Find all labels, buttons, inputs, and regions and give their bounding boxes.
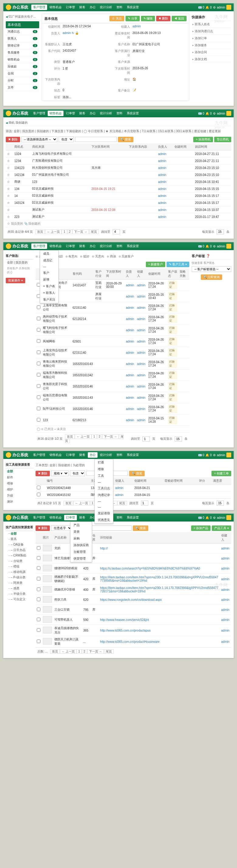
menu-item[interactable]: 客户 <box>40 270 58 276</box>
nav-item[interactable]: 办公 <box>88 5 98 10</box>
quick-item[interactable]: 添加合同 <box>192 49 231 56</box>
new-button[interactable]: + 新建客户 <box>146 262 166 267</box>
pager-button[interactable]: 首页 <box>35 229 45 234</box>
quick-item[interactable]: 添加订单 <box>192 35 231 42</box>
table-row[interactable]: ☆1234广东韩通科技有限公司admin2018-04-27 21:11 <box>6 157 231 164</box>
menu-item[interactable]: 客户关注 <box>40 296 58 303</box>
table-row[interactable]: WO20180415192随时随测admin2018-04-15 <box>36 491 231 498</box>
table-row[interactable]: 三合口五锁795库admin <box>36 605 231 615</box>
menu-item[interactable]: 工具日志 <box>95 485 113 492</box>
match-select[interactable]: 包含 <box>59 136 74 142</box>
table-row[interactable]: 充的2222http://admin <box>36 544 231 553</box>
pager-button[interactable]: ← 上一页 <box>45 229 62 234</box>
quick-item[interactable]: 添加沟通日志 <box>192 28 231 35</box>
pager-button[interactable]: 尾页 <box>117 501 127 505</box>
table-row[interactable]: 耀飞利信电子技术有限公司adminadmin2018-04-26 17:24已验… <box>36 324 189 336</box>
pager-button[interactable]: 下一页 → <box>87 649 104 654</box>
table-row[interactable]: 然饮刀具620https://www.rongotech.com/cn/down… <box>36 595 231 605</box>
table-row[interactable]: 泰迪无线锤德的快克台365http://www.td365.com.cn/pro… <box>36 625 231 636</box>
pager-button[interactable]: 1 <box>76 649 82 654</box>
quick-item[interactable]: 联系人姓名 <box>192 21 231 28</box>
pager-button[interactable]: 首页 <box>64 501 73 505</box>
table-row[interactable]: 缠绕lX620的框座420https://s.taobao.com/search… <box>36 563 231 574</box>
nav-item[interactable]: 订单管 <box>64 5 77 10</box>
share-button[interactable]: ✎ 分享 <box>126 16 140 21</box>
pager-button[interactable]: 尾页 <box>89 229 99 234</box>
nav-item[interactable]: 统计分析 <box>98 5 114 10</box>
sidebar-item[interactable]: 销售机会0 <box>6 56 39 63</box>
table-row[interactable]: 上海安伟合信技术有限公司62151140adminadmin2018-04-26… <box>36 347 189 358</box>
back-button[interactable]: ◀ 返回 <box>172 16 187 21</box>
quick-item[interactable]: 添加服务 <box>192 42 231 49</box>
menu-item[interactable]: — <box>40 264 58 270</box>
table-row[interactable]: 德施肥子6套装(不锈钢箱)420库https://item.taobao.com… <box>36 574 231 585</box>
menu-item[interactable]: 工具 <box>95 473 113 479</box>
table-row[interactable]: WO20180421448134124admin2018-04-21 <box>36 485 231 491</box>
menu-item[interactable]: 成员 <box>40 250 58 257</box>
menu-item[interactable]: 供货管理 <box>70 555 92 562</box>
bell-icon[interactable]: 🔔 0 <box>205 6 211 9</box>
menu-item[interactable]: 成员记 <box>40 257 58 264</box>
star-button[interactable]: ☆ 关注 <box>109 16 124 21</box>
table-row[interactable]: 德施优开O形锤400库https://item.taobao.com/item.… <box>36 585 231 595</box>
search-button[interactable]: 🔍 搜索 <box>118 137 133 142</box>
pager-button[interactable]: 2 <box>97 434 102 439</box>
batch-button[interactable]: 批量操作 ▾ <box>6 278 25 283</box>
table-row[interactable]: 阮甲/达科技公司165320183146adminadmin2018-04-26… <box>36 403 189 414</box>
breadcrumb[interactable]: 01广州蓝旗光电子... <box>6 14 39 20</box>
search-input[interactable] <box>75 137 117 142</box>
pager-button[interactable]: 1 <box>92 434 97 439</box>
menu-item[interactable]: 发起请假 <box>95 510 113 517</box>
table-row[interactable]: ☆14213401广州蓝旗光电子有限公司admin2018-04-23 15:1… <box>6 172 231 178</box>
nav-item[interactable]: 销售机会 <box>48 5 64 10</box>
menu-item[interactable]: — <box>95 498 113 504</box>
pager-button[interactable]: 首页 <box>50 649 60 654</box>
nav-item[interactable]: 系统设置 <box>125 5 141 10</box>
menu-item[interactable]: — <box>95 504 113 510</box>
gear-icon[interactable]: ⚙ <box>213 6 216 9</box>
table-row[interactable]: 青海群光度子科技公司165320163146adminadmin2018-04-… <box>36 381 189 392</box>
pager-button[interactable]: ← 上一页 <box>60 649 76 654</box>
pager-button[interactable]: 下一页 → <box>102 434 119 439</box>
sidebar-item[interactable]: 售后服务0 <box>6 49 39 56</box>
sidebar-item[interactable]: 合同2 <box>6 70 39 77</box>
avatar[interactable] <box>226 5 231 10</box>
table-row[interactable]: 上海幸安贸易有限公司62151140adminadmin2018-04-26 1… <box>36 302 189 313</box>
menu-item[interactable]: 新增 <box>40 276 58 283</box>
sidebar-item[interactable]: 文件0 <box>6 84 39 91</box>
export-button[interactable]: 导出商机 <box>214 137 231 142</box>
delete-button[interactable]: ✖ 删除 <box>156 16 170 21</box>
edit-button[interactable]: ✎ 编辑 <box>141 16 155 21</box>
pager-button[interactable]: 1 <box>62 229 67 234</box>
menu-item[interactable]: + 客户表 <box>40 283 58 290</box>
nav-item[interactable]: 资料 <box>114 5 124 10</box>
nav-item[interactable]: 客户管理 <box>31 5 47 10</box>
user-label[interactable]: admin <box>217 6 225 9</box>
table-row[interactable]: 青海云南来慧科技有限公司165320163143adminadmin2018-0… <box>36 358 189 370</box>
tools-button[interactable]: ✎ 客户工具 ▾ <box>167 262 189 267</box>
table-row[interactable]: ☆13402北京威蒙科技2018-04-15 19:21admin2018-04… <box>6 185 231 192</box>
sidebar-item[interactable]: 沟通日志6 <box>6 28 39 35</box>
table-row[interactable]: 惠州创营电子技术有限公司62120214adminadmin2018-04-26… <box>36 313 189 324</box>
menu-item[interactable]: 沟通记录 <box>95 492 113 498</box>
quick-item[interactable]: 添加文档 <box>192 56 231 63</box>
nav-item[interactable]: 财务 <box>77 5 87 10</box>
table-row[interactable]: 博艺无线锤Si-12400库admin <box>36 553 231 563</box>
sidebar-item[interactable]: 联络记录3 <box>6 42 39 49</box>
table-row[interactable]: 凤城网络62601adminadmin2018-04-26 17:24已验证 <box>36 336 189 347</box>
menu-item[interactable]: 菜类 <box>70 529 92 535</box>
table-row[interactable]: ☆134123科大国创科技有限公司克大雄admin2018-04-23 15:1… <box>6 164 231 172</box>
pager-button[interactable]: 下一页 → <box>72 229 89 234</box>
menu-item[interactable]: — <box>95 479 113 485</box>
menu-item[interactable]: + 联系人 <box>40 290 58 296</box>
filter-select[interactable]: -- 请选择筛选条件 -- <box>21 136 58 142</box>
table-row[interactable]: ☆1324上海飞利信电子技术有限公司admin2018-04-27 21:11 <box>6 150 231 157</box>
menu-item[interactable]: 采购 <box>70 535 92 542</box>
menu-item[interactable]: 优惠意见 <box>95 517 113 523</box>
menu-item[interactable]: 维修 <box>95 466 113 473</box>
table-row[interactable]: ☆223测试客户admin2018-01-17 19:47 <box>6 213 231 220</box>
pager-button[interactable]: ← 上一页 <box>73 501 90 505</box>
pager-button[interactable]: 尾页 <box>104 649 114 654</box>
table-row[interactable]: 可驾带机器人590http://www.heasee.com/servic52&… <box>36 615 231 625</box>
pager-button[interactable]: 首页 <box>65 434 75 439</box>
